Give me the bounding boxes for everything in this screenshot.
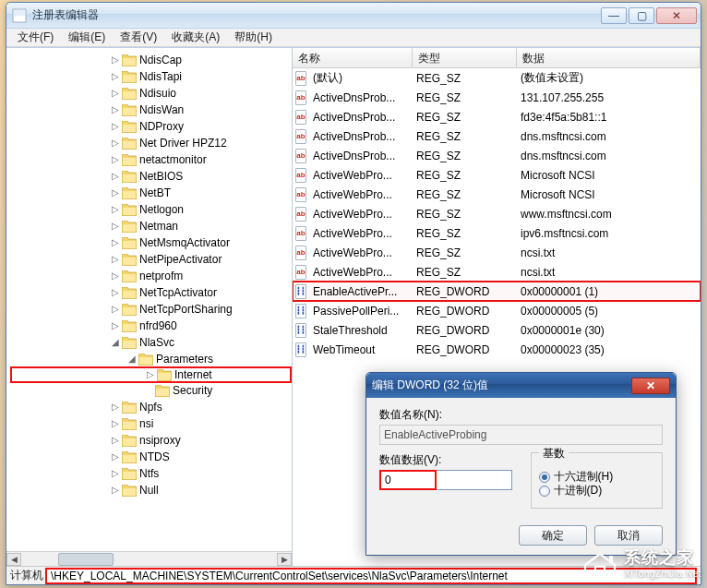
expander-icon[interactable]: ▷	[110, 135, 121, 151]
radio-hex[interactable]	[539, 472, 550, 483]
table-row[interactable]: abActiveDnsProb...REG_SZ131.107.255.255	[293, 88, 701, 107]
tree-item[interactable]: ▷NetBIOS	[10, 168, 292, 185]
tree-item[interactable]: ▷NetMsmqActivator	[10, 234, 292, 251]
table-row[interactable]: ┇┇StaleThresholdREG_DWORD0x0000001e (30)	[293, 320, 701, 340]
tree-item[interactable]: Security	[10, 382, 292, 399]
menu-help[interactable]: 帮助(H)	[227, 28, 280, 47]
tree-item[interactable]: ▷Netlogon	[10, 201, 292, 218]
data-input-extend[interactable]	[437, 470, 512, 490]
tree-item[interactable]: ◢NlaSvc	[10, 334, 292, 351]
menu-fav[interactable]: 收藏夹(A)	[164, 28, 227, 47]
tree-item[interactable]: ▷Npfs	[10, 399, 292, 415]
expander-icon[interactable]: ▷	[110, 465, 121, 482]
table-row[interactable]: ┇┇EnableActivePr...REG_DWORD0x00000001 (…	[293, 282, 701, 301]
expander-icon[interactable]: ▷	[110, 301, 121, 318]
table-row[interactable]: ┇┇PassivePollPeri...REG_DWORD0x00000005 …	[293, 301, 701, 320]
table-row[interactable]: abActiveWebPro...REG_SZwww.msftncsi.com	[293, 204, 701, 223]
tree-item[interactable]: ▷NetTcpPortSharing	[10, 301, 292, 318]
tree-pane[interactable]: ▷NdisCap▷NdisTapi▷Ndisuio▷NdisWan▷NDProx…	[6, 48, 293, 566]
tree-item[interactable]: ▷netprofm	[10, 268, 292, 284]
maximize-button[interactable]: ▢	[629, 7, 654, 24]
dialog-close-button[interactable]: ✕	[631, 378, 670, 394]
tree-item[interactable]: ▷NdisWan	[10, 102, 292, 118]
expander-icon[interactable]: ▷	[110, 151, 121, 168]
expander-icon[interactable]: ▷	[110, 482, 121, 498]
expander-icon[interactable]: ▷	[110, 284, 121, 301]
tree-label: Netman	[139, 218, 178, 234]
expander-icon[interactable]: ▷	[110, 102, 121, 118]
menu-view[interactable]: 查看(V)	[113, 28, 164, 47]
col-data[interactable]: 数据	[517, 48, 701, 67]
ok-button[interactable]: 确定	[519, 525, 587, 546]
col-type[interactable]: 类型	[413, 48, 517, 67]
expander-icon[interactable]: ▷	[110, 399, 121, 415]
expander-icon[interactable]: ▷	[110, 68, 121, 85]
tree-item[interactable]: ▷Ntfs	[10, 465, 292, 482]
table-row[interactable]: ┇┇WebTimeoutREG_DWORD0x00000023 (35)	[293, 340, 701, 359]
menu-edit[interactable]: 编辑(E)	[61, 28, 113, 47]
expander-icon[interactable]: ▷	[110, 218, 121, 234]
scroll-left-icon[interactable]: ◀	[6, 553, 21, 566]
radio-dec-row[interactable]: 十进制(D)	[539, 483, 655, 498]
tree-hscrollbar[interactable]: ◀▶	[6, 551, 292, 566]
expander-icon[interactable]: ▷	[110, 234, 121, 251]
tree-item[interactable]: ▷Netman	[10, 218, 292, 234]
value-name: ActiveWebPro...	[309, 246, 413, 259]
radio-dec[interactable]	[539, 486, 550, 497]
tree-label: NetBIOS	[139, 168, 183, 185]
col-name[interactable]: 名称	[293, 48, 413, 67]
table-row[interactable]: abActiveDnsProb...REG_SZdns.msftncsi.com	[293, 146, 701, 165]
expander-icon[interactable]: ◢	[126, 351, 138, 367]
scroll-thumb[interactable]	[58, 553, 114, 566]
table-row[interactable]: abActiveWebPro...REG_SZncsi.txt	[293, 243, 701, 262]
minimize-button[interactable]: —	[601, 7, 627, 24]
tree-item[interactable]: ▷nsiproxy	[10, 432, 292, 449]
table-row[interactable]: abActiveDnsProb...REG_SZdns.msftncsi.com	[293, 126, 701, 146]
expander-icon[interactable]: ▷	[110, 52, 121, 68]
tree-item[interactable]: ▷netactmonitor	[10, 151, 292, 168]
expander-icon[interactable]: ▷	[110, 201, 121, 218]
table-row[interactable]: abActiveWebPro...REG_SZncsi.txt	[293, 262, 701, 282]
table-row[interactable]: abActiveWebPro...REG_SZipv6.msftncsi.com	[293, 223, 701, 243]
tree-item[interactable]: ▷NDProxy	[10, 118, 292, 135]
expander-icon[interactable]: ▷	[145, 366, 156, 383]
data-input[interactable]: 0	[379, 470, 437, 490]
expander-icon[interactable]: ▷	[110, 251, 121, 268]
expander-icon[interactable]: ▷	[110, 449, 121, 465]
tree-item[interactable]: ▷Internet	[10, 366, 292, 383]
tree-item[interactable]: ▷NdisTapi	[10, 68, 292, 85]
tree-item[interactable]: ▷Ndisuio	[10, 85, 292, 102]
expander-icon[interactable]: ▷	[110, 318, 121, 334]
expander-icon[interactable]: ▷	[110, 118, 121, 135]
tree-item[interactable]: ▷NdisCap	[10, 52, 292, 68]
tree-item[interactable]: ▷NetTcpActivator	[10, 284, 292, 301]
table-row[interactable]: abActiveWebPro...REG_SZMicrosoft NCSI	[293, 185, 701, 204]
tree-item[interactable]: ▷Null	[10, 482, 292, 498]
titlebar[interactable]: 注册表编辑器 — ▢ ✕	[6, 3, 701, 29]
edit-dword-dialog: 编辑 DWORD (32 位)值 ✕ 数值名称(N): EnableActive…	[365, 372, 677, 556]
close-button[interactable]: ✕	[656, 7, 697, 24]
tree-label: Internet	[174, 366, 212, 383]
table-row[interactable]: abActiveDnsProb...REG_SZfd3e:4f5a:5b81::…	[293, 107, 701, 126]
tree-item[interactable]: ▷nfrd960	[10, 318, 292, 334]
table-row[interactable]: abActiveWebPro...REG_SZMicrosoft NCSI	[293, 165, 701, 185]
expander-icon[interactable]: ▷	[110, 185, 121, 201]
expander-icon[interactable]: ▷	[110, 168, 121, 185]
tree-item[interactable]: ▷NTDS	[10, 449, 292, 465]
tree-item[interactable]: ◢Parameters	[10, 351, 292, 367]
tree-item[interactable]: ▷NetPipeActivator	[10, 251, 292, 268]
folder-icon	[122, 337, 137, 349]
cancel-button[interactable]: 取消	[594, 525, 663, 546]
menu-file[interactable]: 文件(F)	[10, 28, 61, 47]
tree-item[interactable]: ▷nsi	[10, 415, 292, 432]
tree-item[interactable]: ▷NetBT	[10, 185, 292, 201]
expander-icon[interactable]: ▷	[110, 415, 121, 432]
expander-icon[interactable]: ◢	[110, 334, 121, 351]
dialog-titlebar[interactable]: 编辑 DWORD (32 位)值 ✕	[366, 373, 676, 398]
tree-item[interactable]: ▷Net Driver HPZ12	[10, 135, 292, 151]
expander-icon[interactable]: ▷	[110, 268, 121, 284]
expander-icon[interactable]: ▷	[110, 432, 121, 449]
scroll-right-icon[interactable]: ▶	[277, 553, 292, 566]
expander-icon[interactable]: ▷	[110, 85, 121, 102]
table-row[interactable]: ab(默认)REG_SZ(数值未设置)	[293, 68, 701, 88]
